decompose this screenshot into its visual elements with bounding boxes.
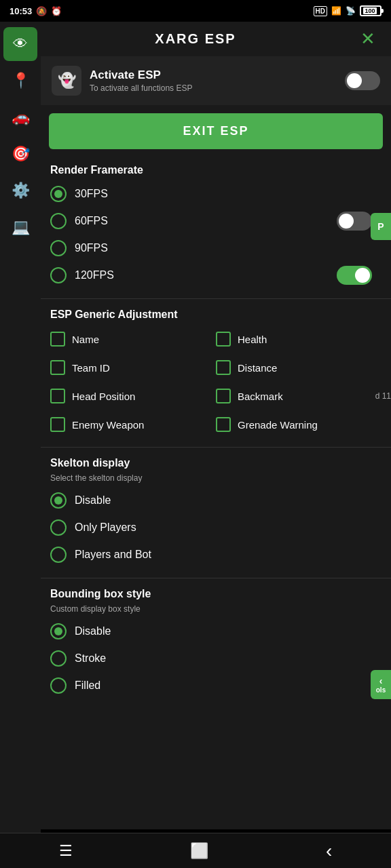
checkbox-backmark-box[interactable] bbox=[216, 389, 231, 403]
activate-esp-toggle[interactable] bbox=[345, 71, 380, 90]
checkbox-headposition-label: Head Position bbox=[72, 391, 135, 402]
checkbox-headposition[interactable]: Head Position bbox=[50, 384, 216, 408]
skelton-radio-group: Disable Only Players Players and Bot bbox=[41, 487, 391, 575]
bounding-box-radio-group: Disable Stroke Filled bbox=[41, 618, 391, 706]
sidebar-item-crosshair[interactable]: 🎯 bbox=[3, 137, 37, 171]
bbox-filled-radio[interactable] bbox=[50, 677, 67, 694]
checkbox-name[interactable]: Name bbox=[50, 328, 216, 351]
checkbox-teamid-box[interactable] bbox=[50, 360, 65, 375]
skelton-players-radio[interactable] bbox=[50, 519, 67, 536]
nav-bar: ☰ ⬜ ‹ bbox=[0, 833, 391, 868]
sidebar-item-eye[interactable]: 👁 bbox=[3, 27, 37, 61]
bbox-disable-option[interactable]: Disable bbox=[50, 618, 381, 645]
eye-icon: 👁 bbox=[13, 35, 28, 53]
fps-120-label: 120FPS bbox=[75, 269, 114, 281]
sidebar-item-location[interactable]: 📍 bbox=[3, 64, 37, 98]
bounding-box-section: Bounding box style Custom display box st… bbox=[41, 581, 391, 706]
bbox-filled-label: Filled bbox=[75, 679, 100, 692]
esp-generic-section: ESP Generic Adjustment Name Health Team … bbox=[41, 302, 391, 444]
skelton-players-label: Only Players bbox=[75, 521, 136, 534]
bounding-box-title: Bounding box style bbox=[41, 581, 391, 604]
checkbox-name-box[interactable] bbox=[50, 332, 65, 347]
esp-generic-title: ESP Generic Adjustment bbox=[41, 302, 391, 325]
sidebar: 👁 📍 🚗 🎯 ⚙️ 💻 bbox=[0, 22, 41, 833]
fps-60-toggle[interactable] bbox=[337, 212, 372, 231]
checkbox-grenadewarning-box[interactable] bbox=[216, 417, 231, 432]
bbox-filled-option[interactable]: Filled bbox=[50, 672, 381, 699]
render-framerate-section: Render Framerate 30FPS 60FPS bbox=[41, 157, 391, 296]
bounding-box-subtitle: Custom display box style bbox=[41, 604, 391, 618]
nav-home-button[interactable]: ⬜ bbox=[174, 837, 225, 865]
skelton-disable-label: Disable bbox=[75, 494, 111, 507]
skelton-playersbot-radio[interactable] bbox=[50, 547, 67, 563]
close-button[interactable]: ✕ bbox=[356, 28, 380, 50]
float-tab-tools[interactable]: ‹ ols bbox=[371, 670, 391, 699]
sidebar-item-settings[interactable]: ⚙️ bbox=[3, 174, 37, 208]
checkbox-headposition-box[interactable] bbox=[50, 389, 65, 403]
fps-120-option[interactable]: 120FPS bbox=[50, 262, 337, 289]
checkbox-backmark[interactable]: Backmark d 11 bbox=[216, 384, 381, 408]
fps-90-radio[interactable] bbox=[50, 240, 67, 256]
esp-icon: 👻 bbox=[52, 66, 81, 96]
ghost-icon: 👻 bbox=[58, 72, 76, 90]
skelton-display-section: Skelton display Select the skelton displ… bbox=[41, 450, 391, 575]
checkbox-teamid-label: Team ID bbox=[72, 362, 110, 374]
status-left: 10:53 🔕 ⏰ bbox=[10, 6, 62, 16]
fps-30-label: 30FPS bbox=[75, 188, 108, 200]
float-tab-p-area: P bbox=[371, 157, 391, 296]
skelton-disable-option[interactable]: Disable bbox=[50, 487, 381, 514]
float-tab-ols: ols bbox=[376, 686, 386, 694]
bbox-stroke-option[interactable]: Stroke bbox=[50, 645, 381, 672]
checkbox-distance[interactable]: Distance bbox=[216, 356, 381, 379]
fps-90-option[interactable]: 90FPS bbox=[50, 235, 381, 262]
fps-60-radio[interactable] bbox=[50, 213, 67, 229]
skelton-title: Skelton display bbox=[41, 450, 391, 473]
checkbox-backmark-label: Backmark bbox=[238, 391, 283, 402]
fps-120-radio[interactable] bbox=[50, 267, 67, 283]
skelton-players-option[interactable]: Only Players bbox=[50, 514, 381, 541]
checkbox-distance-box[interactable] bbox=[216, 360, 231, 375]
crosshair-icon: 🎯 bbox=[12, 145, 30, 163]
checkbox-health-box[interactable] bbox=[216, 332, 231, 347]
float-tab-tools-area: ‹ ols bbox=[371, 670, 391, 699]
nav-menu-button[interactable]: ☰ bbox=[43, 837, 89, 865]
settings-icon: ⚙️ bbox=[12, 182, 30, 199]
status-bar: 10:53 🔕 ⏰ HD 📶 📡 100 bbox=[0, 0, 391, 22]
wifi-icon: 📡 bbox=[346, 6, 356, 16]
bbox-disable-label: Disable bbox=[75, 625, 111, 637]
checkbox-teamid[interactable]: Team ID bbox=[50, 356, 216, 379]
float-tab-p[interactable]: P bbox=[371, 213, 391, 240]
nav-back-button[interactable]: ‹ bbox=[310, 835, 348, 867]
fps-60-option[interactable]: 60FPS bbox=[50, 208, 337, 235]
overlay-numbers: d 11 bbox=[375, 391, 391, 401]
fps-30-radio[interactable] bbox=[50, 186, 67, 202]
fps-90-label: 90FPS bbox=[75, 242, 108, 254]
fps-30-option[interactable]: 30FPS bbox=[50, 180, 381, 208]
main-content: 👻 Activate ESP To activate all functions… bbox=[41, 56, 391, 829]
fps-120-toggle[interactable] bbox=[337, 266, 372, 285]
checkbox-grenadewarning[interactable]: Grenade Warning bbox=[216, 413, 381, 436]
location-icon: 📍 bbox=[12, 72, 30, 90]
exit-esp-button[interactable]: EXIT ESP bbox=[49, 113, 383, 149]
esp-generic-checkboxes: Name Health Team ID Distance Head Positi… bbox=[41, 325, 391, 444]
bbox-stroke-radio[interactable] bbox=[50, 650, 67, 667]
alarm-icon: ⏰ bbox=[51, 6, 62, 16]
sidebar-item-car[interactable]: 🚗 bbox=[3, 100, 37, 134]
fps-120-row: 120FPS bbox=[50, 262, 381, 289]
hd-icon: HD bbox=[314, 6, 327, 16]
checkbox-name-label: Name bbox=[72, 334, 99, 345]
skelton-disable-radio[interactable] bbox=[50, 492, 67, 509]
activate-text: Activate ESP To activate all functions E… bbox=[90, 68, 337, 93]
skelton-playersbot-option[interactable]: Players and Bot bbox=[50, 541, 381, 568]
checkbox-enemyweapon[interactable]: Enemy Weapon bbox=[50, 413, 216, 436]
sidebar-item-chip[interactable]: 💻 bbox=[3, 210, 37, 244]
checkbox-health[interactable]: Health bbox=[216, 328, 381, 351]
bbox-disable-radio[interactable] bbox=[50, 623, 67, 639]
checkbox-distance-label: Distance bbox=[238, 362, 277, 374]
checkbox-enemyweapon-box[interactable] bbox=[50, 417, 65, 432]
skelton-subtitle: Select the skelton display bbox=[41, 473, 391, 487]
status-right: HD 📶 📡 100 bbox=[314, 5, 381, 16]
app-header: XARG ESP ✕ bbox=[0, 22, 391, 56]
mute-icon: 🔕 bbox=[36, 6, 47, 16]
fps-60-toggle-slider bbox=[337, 212, 372, 231]
